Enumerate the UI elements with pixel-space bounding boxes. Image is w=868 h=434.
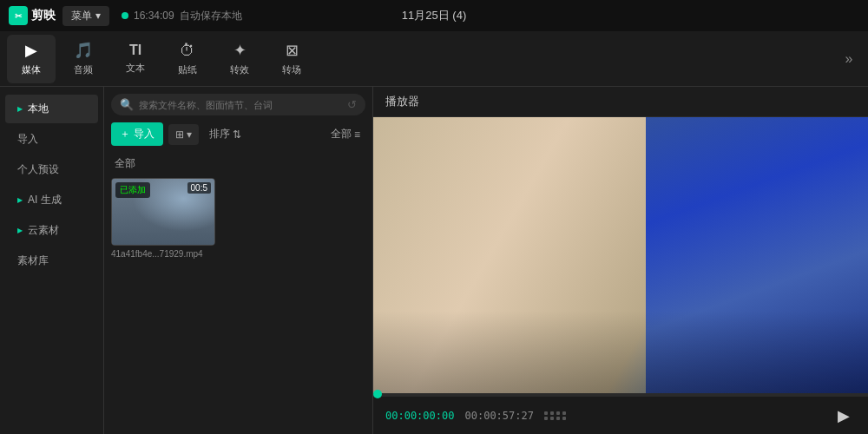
import-plus-icon: ＋	[120, 127, 130, 141]
timeline-dots	[544, 411, 566, 420]
dot-pair-4	[562, 411, 566, 420]
dot	[562, 411, 566, 415]
dot	[550, 411, 554, 415]
triangle-icon: ▶	[17, 105, 23, 113]
video-frame	[373, 117, 868, 393]
sidebar-item-library[interactable]: 素材库	[5, 247, 98, 275]
list-item[interactable]: 已添加 00:5 41a41fb4e...71929.mp4	[111, 178, 215, 259]
search-input[interactable]	[139, 100, 342, 110]
time-current: 00:00:00:00	[385, 410, 454, 422]
sidebar-item-local[interactable]: ▶ 本地	[5, 95, 98, 123]
sidebar-item-import[interactable]: 导入	[5, 125, 98, 154]
tool-media[interactable]: ▶ 媒体	[7, 35, 56, 83]
tool-transition-label: 转场	[282, 63, 301, 76]
sidebar-item-ai[interactable]: ▶ AI 生成	[5, 186, 98, 214]
added-badge: 已添加	[115, 182, 150, 198]
sort-icon: ⇅	[233, 128, 241, 141]
main-area: ▶ 本地 导入 个人预设 ▶ AI 生成 ▶ 云素材 素材库 🔍 ↺ ＋	[0, 87, 868, 434]
status-area: 16:34:09 自动保存本地	[122, 9, 242, 23]
section-label: 全部	[104, 153, 372, 178]
dot	[544, 417, 548, 420]
media-icon: ▶	[25, 41, 37, 60]
sidebar-library-label: 素材库	[17, 253, 49, 268]
preview-progress-bar[interactable]	[373, 393, 868, 396]
filter-button[interactable]: 全部 ≡	[326, 122, 365, 146]
dot	[544, 411, 548, 415]
sidebar-item-cloud[interactable]: ▶ 云素材	[5, 216, 98, 245]
sidebar-cloud-label: 云素材	[28, 223, 59, 238]
tool-text-label: 文本	[126, 62, 145, 75]
import-button[interactable]: ＋ 导入	[111, 122, 163, 146]
sort-label: 排序	[209, 127, 230, 141]
media-toolbar: ＋ 导入 ⊞ ▾ 排序 ⇅ 全部 ≡	[104, 122, 372, 153]
tool-sticker-label: 贴纸	[178, 63, 197, 76]
preview-controls: 00:00:00:00 00:00:57:27	[373, 396, 868, 434]
sidebar-import-label: 导入	[17, 132, 38, 147]
tool-effects-label: 转效	[230, 63, 249, 76]
media-thumbnail: 已添加 00:5	[111, 178, 215, 246]
tool-text[interactable]: TI 文本	[111, 35, 160, 83]
effects-icon: ✦	[233, 41, 247, 60]
duration-badge: 00:5	[187, 182, 211, 194]
toolbar: ▶ 媒体 🎵 音频 TI 文本 ⏱ 贴纸 ✦ 转效 ⊠ 转场 »	[0, 31, 868, 87]
menu-chevron-icon: ▾	[95, 10, 101, 22]
preview-video	[373, 117, 868, 393]
progress-thumb[interactable]	[373, 390, 382, 398]
status-dot-icon	[122, 12, 128, 19]
dot-pair-2	[550, 411, 554, 420]
preview-header: 播放器	[373, 87, 868, 117]
import-label: 导入	[134, 127, 155, 141]
dot	[562, 417, 566, 420]
menu-label: 菜单	[71, 9, 92, 23]
tool-effects[interactable]: ✦ 转效	[215, 35, 264, 83]
app-name: 剪映	[31, 8, 56, 23]
search-icon: 🔍	[120, 98, 134, 111]
audio-icon: 🎵	[74, 41, 93, 60]
tool-audio-label: 音频	[74, 63, 93, 76]
media-filename: 41a41fb4e...71929.mp4	[111, 249, 215, 259]
view-button[interactable]: ⊞ ▾	[168, 124, 199, 145]
sidebar-preset-label: 个人预设	[17, 162, 59, 177]
sort-button[interactable]: 排序 ⇅	[204, 122, 247, 146]
media-panel: 🔍 ↺ ＋ 导入 ⊞ ▾ 排序 ⇅ 全部 ≡ 全部	[104, 87, 373, 434]
play-icon: ▶	[838, 406, 850, 425]
triangle-cloud-icon: ▶	[17, 227, 23, 234]
project-title: 11月25日 (4)	[402, 8, 466, 23]
dot-pair-1	[544, 411, 548, 420]
sidebar-ai-label: AI 生成	[28, 193, 62, 207]
preview-panel: 播放器 00:00:00:00 00:00:57:27	[373, 87, 868, 434]
dot	[550, 417, 554, 420]
app-logo: ✂ 剪映	[9, 6, 56, 25]
status-text: 自动保存本地	[180, 9, 242, 23]
dot	[556, 417, 560, 420]
dot	[556, 411, 560, 415]
tool-media-label: 媒体	[22, 63, 41, 76]
view-grid-icon: ⊞	[175, 128, 184, 141]
status-time: 16:34:09	[134, 10, 174, 22]
tool-audio[interactable]: 🎵 音频	[59, 35, 108, 83]
media-grid: 已添加 00:5 41a41fb4e...71929.mp4	[104, 178, 372, 259]
play-button[interactable]: ▶	[832, 404, 856, 428]
tool-sticker[interactable]: ⏱ 贴纸	[163, 35, 212, 83]
dot-pair-3	[556, 411, 560, 420]
view-chevron-icon: ▾	[187, 128, 192, 141]
text-icon: TI	[129, 43, 141, 58]
logo-icon: ✂	[9, 6, 28, 25]
sidebar: ▶ 本地 导入 个人预设 ▶ AI 生成 ▶ 云素材 素材库	[0, 87, 104, 434]
search-clear-icon[interactable]: ↺	[347, 98, 357, 111]
sidebar-local-label: 本地	[28, 102, 49, 116]
filter-label: 全部	[331, 127, 352, 141]
time-total: 00:00:57:27	[464, 410, 533, 422]
filter-icon: ≡	[354, 128, 360, 141]
tool-transition[interactable]: ⊠ 转场	[267, 35, 316, 83]
sticker-icon: ⏱	[180, 42, 195, 60]
toolbar-more-button[interactable]: »	[837, 47, 861, 71]
topbar: ✂ 剪映 菜单 ▾ 16:34:09 自动保存本地 11月25日 (4)	[0, 0, 868, 31]
triangle-ai-icon: ▶	[17, 196, 23, 204]
menu-button[interactable]: 菜单 ▾	[62, 6, 109, 26]
sidebar-item-preset[interactable]: 个人预设	[5, 155, 98, 184]
search-bar[interactable]: 🔍 ↺	[111, 94, 365, 115]
transition-icon: ⊠	[286, 41, 299, 60]
